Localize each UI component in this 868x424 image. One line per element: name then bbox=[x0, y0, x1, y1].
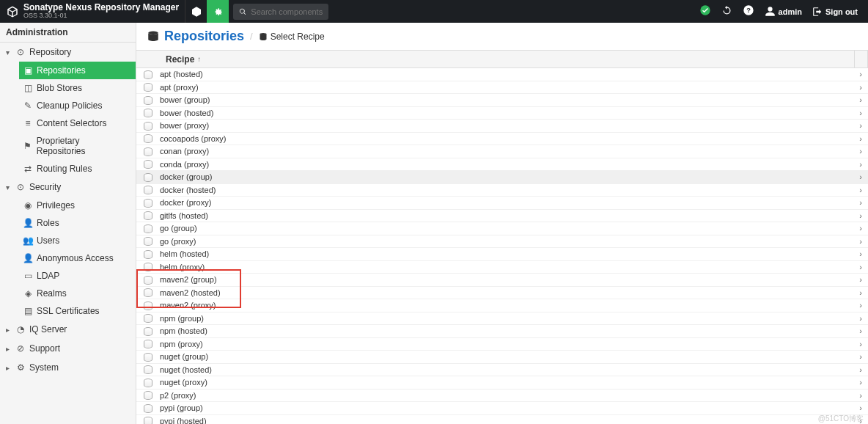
chevron-right-icon: › bbox=[853, 365, 868, 374]
logo-block: Sonatype Nexus Repository Manager OSS 3.… bbox=[0, 0, 185, 23]
sidebar-group-security[interactable]: ▾⊙Security bbox=[0, 178, 136, 197]
recipe-row[interactable]: npm (proxy)› bbox=[136, 338, 868, 351]
recipe-row[interactable]: docker (group)› bbox=[136, 171, 868, 184]
gear-icon bbox=[212, 6, 224, 18]
refresh-icon[interactable] bbox=[721, 5, 732, 18]
recipe-row[interactable]: helm (proxy)› bbox=[136, 261, 868, 274]
chevron-right-icon: › bbox=[853, 314, 868, 323]
search-input[interactable] bbox=[251, 7, 323, 16]
db-icon bbox=[142, 108, 154, 117]
recipe-table-body: apt (hosted)›apt (proxy)›bower (group)›b… bbox=[136, 68, 868, 424]
sidebar-item-ldap[interactable]: ▭LDAP bbox=[19, 267, 136, 285]
recipe-row[interactable]: nuget (group)› bbox=[136, 351, 868, 364]
db-icon bbox=[142, 95, 154, 105]
recipe-row[interactable]: conan (proxy)› bbox=[136, 145, 868, 158]
admin-mode-button[interactable] bbox=[207, 0, 229, 23]
chevron-right-icon: › bbox=[853, 340, 868, 348]
recipe-row[interactable]: pypi (group)› bbox=[136, 402, 868, 415]
sidebar-item-anonymous-access[interactable]: 👤Anonymous Access bbox=[19, 249, 136, 267]
db-icon bbox=[142, 70, 154, 79]
db-icon bbox=[142, 121, 154, 131]
recipe-row[interactable]: pypi (hosted)› bbox=[136, 415, 868, 425]
sidebar-item-cleanup-policies[interactable]: ✎Cleanup Policies bbox=[19, 97, 136, 114]
db-icon bbox=[142, 185, 154, 194]
sidebar-item-privileges[interactable]: ◉Privileges bbox=[19, 197, 136, 214]
svg-point-4 bbox=[260, 33, 266, 35]
recipe-row[interactable]: nuget (proxy)› bbox=[136, 376, 868, 390]
column-recipe[interactable]: Recipe ↑ bbox=[136, 51, 855, 67]
db-icon bbox=[142, 82, 154, 92]
sidebar-item-content-selectors[interactable]: ≡Content Selectors bbox=[19, 114, 136, 132]
sidebar-item-repositories[interactable]: ▣Repositories bbox=[19, 62, 136, 79]
sidebar-group-system[interactable]: ▸⚙System bbox=[0, 358, 136, 377]
search-icon bbox=[239, 7, 246, 16]
help-icon[interactable]: ? bbox=[743, 4, 754, 18]
sidebar-group-support[interactable]: ▸⊘Support bbox=[0, 339, 136, 358]
chevron-right-icon: › bbox=[853, 391, 868, 400]
recipe-row[interactable]: go (group)› bbox=[136, 222, 868, 235]
recipe-row[interactable]: p2 (proxy)› bbox=[136, 390, 868, 403]
db-icon bbox=[142, 352, 154, 362]
chevron-right-icon: › bbox=[853, 263, 868, 271]
db-icon bbox=[142, 172, 154, 182]
table-header: Recipe ↑ bbox=[136, 51, 868, 68]
db-icon bbox=[142, 378, 154, 387]
recipe-row[interactable]: bower (group)› bbox=[136, 94, 868, 107]
db-icon bbox=[142, 403, 154, 413]
sidebar-item-roles[interactable]: 👤Roles bbox=[19, 214, 136, 232]
sidebar-group-repository[interactable]: ▾⊙Repository bbox=[0, 43, 136, 62]
db-icon bbox=[142, 275, 154, 285]
chevron-right-icon: › bbox=[853, 121, 868, 130]
chevron-right-icon: › bbox=[853, 83, 868, 92]
chevron-right-icon: › bbox=[853, 134, 868, 143]
recipe-row[interactable]: docker (proxy)› bbox=[136, 197, 868, 210]
browse-mode-button[interactable] bbox=[185, 0, 207, 23]
recipe-row[interactable]: apt (hosted)› bbox=[136, 68, 868, 81]
sidebar-group-iq-server[interactable]: ▸◔IQ Server bbox=[0, 320, 136, 339]
sidebar-item-proprietary-repositories[interactable]: ⚑Proprietary Repositories bbox=[19, 132, 136, 160]
db-icon bbox=[142, 288, 154, 297]
recipe-row[interactable]: docker (hosted)› bbox=[136, 184, 868, 197]
recipe-row[interactable]: maven2 (proxy)› bbox=[136, 299, 868, 312]
recipe-row[interactable]: cocoapods (proxy)› bbox=[136, 133, 868, 146]
status-ok-icon[interactable] bbox=[699, 4, 711, 18]
chevron-right-icon: › bbox=[853, 403, 868, 412]
recipe-row[interactable]: npm (group)› bbox=[136, 312, 868, 326]
nexus-logo-icon bbox=[6, 5, 19, 18]
user-icon: 👤 bbox=[22, 218, 34, 228]
signout-button[interactable]: Sign out bbox=[812, 7, 858, 17]
svg-text:?: ? bbox=[746, 7, 751, 14]
sidebar-item-blob-stores[interactable]: ◫Blob Stores bbox=[19, 79, 136, 97]
db-icon bbox=[142, 301, 154, 310]
breadcrumb-title[interactable]: Repositories bbox=[164, 29, 244, 44]
chevron-right-icon: › bbox=[853, 147, 868, 156]
sidebar-item-users[interactable]: 👥Users bbox=[19, 232, 136, 249]
user-icon: 👤 bbox=[22, 253, 34, 263]
column-menu[interactable] bbox=[855, 51, 868, 67]
recipe-row[interactable]: maven2 (hosted)› bbox=[136, 287, 868, 300]
search-wrap[interactable] bbox=[233, 4, 328, 20]
sidebar-section-title: Administration bbox=[0, 23, 136, 43]
chevron-right-icon: › bbox=[853, 378, 868, 387]
recipe-row[interactable]: gitlfs (hosted)› bbox=[136, 210, 868, 223]
chevron-right-icon: › bbox=[853, 224, 868, 233]
db-icon bbox=[142, 249, 154, 259]
recipe-row[interactable]: bower (proxy)› bbox=[136, 120, 868, 133]
chevron-right-icon: › bbox=[853, 288, 868, 297]
recipe-row[interactable]: nuget (hosted)› bbox=[136, 364, 868, 377]
repositories-icon bbox=[147, 30, 160, 43]
sidebar-item-realms[interactable]: ◈Realms bbox=[19, 285, 136, 302]
db-icon bbox=[259, 32, 268, 41]
recipe-row[interactable]: conda (proxy)› bbox=[136, 158, 868, 172]
recipe-row[interactable]: helm (hosted)› bbox=[136, 248, 868, 261]
recipe-row[interactable]: apt (proxy)› bbox=[136, 81, 868, 95]
db-icon bbox=[142, 313, 154, 323]
recipe-row[interactable]: npm (hosted)› bbox=[136, 325, 868, 338]
chevron-right-icon: › bbox=[853, 301, 868, 310]
user-menu[interactable]: admin bbox=[765, 6, 802, 17]
sidebar-item-ssl-certificates[interactable]: ▤SSL Certificates bbox=[19, 302, 136, 320]
sidebar-item-routing-rules[interactable]: ⇄Routing Rules bbox=[19, 160, 136, 178]
recipe-row[interactable]: bower (hosted)› bbox=[136, 107, 868, 120]
recipe-row[interactable]: go (proxy)› bbox=[136, 235, 868, 249]
recipe-row[interactable]: maven2 (group)› bbox=[136, 274, 868, 287]
